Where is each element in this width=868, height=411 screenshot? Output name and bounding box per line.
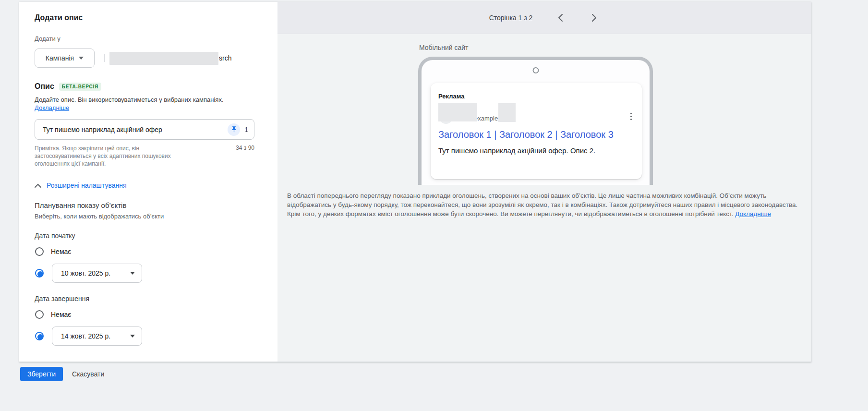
footer-actions: Зберегти Скасувати: [20, 367, 104, 381]
preview-viewport: Мобільний сайт Реклама www.example.com З…: [277, 34, 811, 185]
start-date-none-label: Немає: [51, 248, 71, 255]
caret-down-icon: [79, 57, 84, 60]
end-date-none-radio[interactable]: [35, 310, 44, 319]
advertiser-name-redacted: [498, 103, 516, 122]
pin-button[interactable]: [228, 123, 240, 136]
ad-headline-link[interactable]: Заголовок 1 | Заголовок 2 | Заголовок 3: [438, 129, 630, 140]
description-heading: Опис: [35, 82, 54, 91]
note-row: Примітка. Якщо закріпити цей опис, він з…: [35, 145, 254, 168]
disclaimer-body: В області попереднього перегляду показан…: [287, 192, 797, 218]
end-date-value-row: 14 жовт. 2025 р.: [35, 326, 262, 346]
save-button[interactable]: Зберегти: [20, 367, 63, 381]
campaign-name-redacted: [109, 52, 218, 65]
advertiser-name-redacted: [438, 103, 477, 121]
end-date-dropdown[interactable]: 14 жовт. 2025 р.: [52, 326, 142, 346]
cancel-button[interactable]: Скасувати: [72, 370, 104, 378]
advanced-settings-toggle[interactable]: Розширені налаштування: [35, 181, 262, 189]
scheduling-subtext: Виберіть, коли мають відображатись об’єк…: [35, 213, 262, 220]
end-date-none-row: Немає: [35, 309, 262, 320]
campaign-name-suffix: srch: [219, 54, 231, 62]
page-title: Додати опис: [35, 13, 262, 22]
pagination-label: Сторінка 1 з 2: [489, 14, 533, 22]
start-date-radio-selected[interactable]: [35, 269, 44, 278]
end-date-label: Дата завершення: [35, 295, 262, 302]
end-date-radio-selected[interactable]: [35, 332, 44, 340]
learn-more-link[interactable]: Докладніше: [35, 104, 69, 111]
divider: [104, 54, 105, 62]
advanced-settings-label: Розширені налаштування: [47, 181, 127, 189]
start-date-value: 10 жовт. 2025 р.: [61, 269, 110, 277]
ad-options-kebab-icon[interactable]: [627, 111, 635, 121]
ad-source-row: www.example.com: [438, 103, 630, 123]
preview-panel: Сторінка 1 з 2 Мобільний сайт: [277, 2, 811, 362]
pin-position-count: 1: [244, 126, 248, 133]
char-counter: 34 з 90: [236, 145, 254, 168]
end-date-value: 14 жовт. 2025 р.: [61, 332, 110, 340]
start-date-value-row: 10 жовт. 2025 р.: [35, 264, 262, 283]
chevron-left-icon: [558, 14, 563, 22]
start-date-none-radio[interactable]: [35, 247, 44, 256]
beta-badge: БЕТА-ВЕРСІЯ: [59, 83, 101, 91]
caret-down-icon: [130, 335, 135, 338]
next-page-button[interactable]: [588, 12, 600, 24]
start-date-none-row: Немає: [35, 246, 262, 257]
add-to-row: Кампанія srch: [35, 48, 262, 68]
ad-preview-card: Реклама www.example.com Заголовок 1 | За…: [431, 83, 642, 179]
level-selector-value: Кампанія: [46, 54, 74, 62]
pin-note: Примітка. Якщо закріпити цей опис, він з…: [35, 145, 193, 168]
chevron-right-icon: [591, 14, 597, 22]
ad-badge: Реклама: [438, 93, 630, 100]
previous-page-button[interactable]: [555, 12, 566, 24]
caret-down-icon: [130, 272, 135, 275]
start-date-dropdown[interactable]: 10 жовт. 2025 р.: [52, 264, 142, 283]
chevron-up-icon: [35, 183, 41, 188]
preview-disclaimer: В області попереднього перегляду показан…: [287, 191, 805, 218]
pin-icon: [230, 126, 238, 133]
end-date-none-label: Немає: [51, 311, 71, 318]
add-to-label: Додати у: [35, 35, 262, 42]
level-selector-dropdown[interactable]: Кампанія: [35, 48, 95, 68]
description-help-text: Додайте опис. Він використовуватиметься …: [35, 96, 242, 112]
phone-mockup: Реклама www.example.com Заголовок 1 | За…: [418, 57, 653, 185]
form-panel: Додати опис Додати у Кампанія srch Опис …: [19, 2, 277, 362]
add-description-dialog: Додати опис Додати у Кампанія srch Опис …: [19, 2, 811, 362]
device-label: Мобільний сайт: [419, 44, 468, 51]
phone-camera-icon: [532, 67, 539, 73]
ad-description: Тут пишемо наприклад акційний офер. Опис…: [438, 146, 630, 155]
help-text-body: Додайте опис. Він використовуватиметься …: [35, 96, 224, 103]
start-date-label: Дата початку: [35, 232, 262, 240]
page: Додати опис Додати у Кампанія srch Опис …: [0, 0, 868, 411]
disclaimer-learn-more-link[interactable]: Докладніше: [735, 210, 771, 218]
description-input-box: 1: [35, 119, 254, 140]
description-heading-row: Опис БЕТА-ВЕРСІЯ: [35, 82, 262, 91]
preview-pagination-bar: Сторінка 1 з 2: [277, 2, 811, 34]
scheduling-heading: Планування показу об’єктів: [35, 201, 262, 209]
description-input[interactable]: [43, 126, 228, 133]
